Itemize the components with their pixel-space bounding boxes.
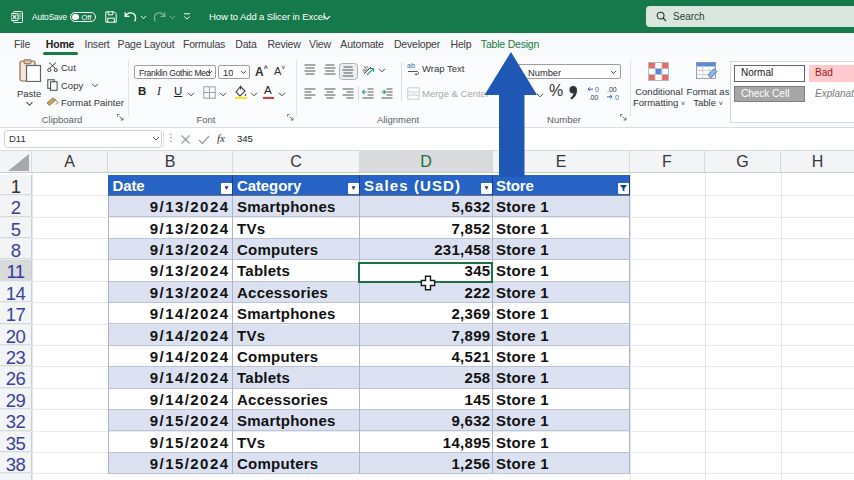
svg-text:.00: .00 bbox=[589, 94, 599, 101]
svg-text:.00: .00 bbox=[607, 86, 617, 93]
svg-text:0: 0 bbox=[595, 86, 599, 93]
svg-text:0: 0 bbox=[615, 94, 619, 100]
svg-text:ab: ab bbox=[362, 63, 370, 73]
svg-text:ab: ab bbox=[407, 62, 415, 69]
